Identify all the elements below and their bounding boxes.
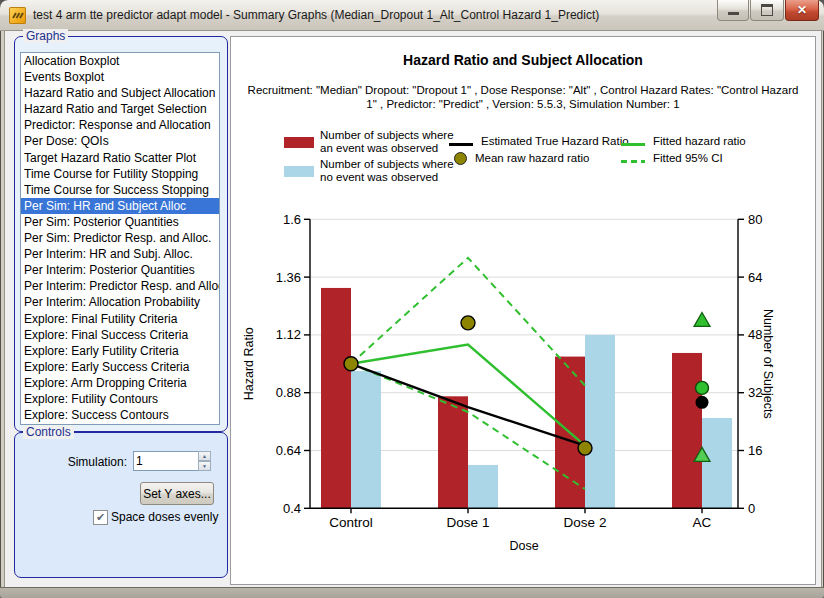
x-axis-title: Dose (509, 539, 538, 553)
category-label: AC (693, 515, 712, 530)
graph-list-item[interactable]: Allocation Boxplot (21, 53, 219, 69)
graph-list-item[interactable]: Target Hazard Ratio Scatter Plot (21, 150, 219, 166)
space-doses-checkbox[interactable]: ✔ (93, 510, 108, 525)
legend-bars: Number of subjects wherean event was obs… (284, 129, 454, 187)
left-axis-tick-label: 0.88 (276, 385, 301, 400)
category-label: Dose 1 (447, 515, 490, 530)
graph-list-item[interactable]: Explore: Arm Dropping Criteria (21, 375, 219, 391)
raw-hr-dot (461, 316, 475, 330)
legend-hr-lines: Estimated True Hazard Ratio Mean raw haz… (449, 133, 629, 167)
graph-list-item[interactable]: Per Interim: Allocation Probability (21, 294, 219, 310)
spinner-down-icon[interactable]: ▼ (198, 461, 211, 471)
right-axis-tick-label: 16 (748, 443, 762, 458)
minimize-icon (728, 12, 739, 15)
graph-list-item[interactable]: Time Course for Futility Stopping (21, 166, 219, 182)
graphs-groupbox-label: Graphs (23, 29, 68, 43)
graph-list-item[interactable]: Hazard Ratio and Subject Allocation (21, 85, 219, 101)
graph-list-item[interactable]: Per Interim: Predictor Resp. and Alloc. (21, 278, 219, 294)
chart-panel: 0.40.640.881.121.361.601632486480Control… (230, 36, 816, 585)
right-axis-tick-label: 48 (748, 327, 762, 342)
raw-hr-dot (344, 357, 358, 371)
no-event-bar (468, 465, 498, 508)
event-bar (321, 288, 351, 508)
space-doses-label: Space doses evenly (111, 510, 218, 524)
graph-list-item[interactable]: Explore: Final Success Criteria (21, 327, 219, 343)
graph-list-item[interactable]: Time Course for Success Stopping (21, 182, 219, 198)
controls-groupbox-label: Controls (23, 425, 74, 439)
graph-list-item[interactable]: Per Interim: Posterior Quantities (21, 262, 219, 278)
legend-swatch-noevent-bar (284, 166, 314, 177)
no-event-bar (351, 371, 381, 508)
left-axis-tick-label: 1.36 (276, 270, 301, 285)
chart-subtitle: Recruitment: "Median" Dropout: "Dropout … (245, 83, 801, 111)
legend-swatch-ci-line (621, 160, 645, 163)
graph-list-item[interactable]: Predictor: Response and Allocation (21, 117, 219, 133)
right-axis-tick-label: 80 (748, 212, 762, 227)
application-window: test 4 arm tte predictor adapt model - S… (0, 0, 824, 598)
no-event-bar (585, 335, 615, 508)
legend-swatch-true-hr-line (449, 143, 473, 146)
graph-list-item[interactable]: Per Sim: HR and Subject Alloc (21, 198, 219, 214)
ac-ci-triangle (694, 312, 710, 326)
close-icon: ✕ (797, 3, 807, 17)
event-bar (438, 396, 468, 508)
left-axis-tick-label: 1.12 (276, 327, 301, 342)
no-event-bar (702, 418, 732, 508)
maximize-button[interactable] (750, 0, 784, 21)
right-axis-tick-label: 64 (748, 270, 762, 285)
simulation-label: Simulation: (30, 455, 127, 469)
graph-list-item[interactable]: Per Dose: QOIs (21, 133, 219, 149)
chart-title: Hazard Ratio and Subject Allocation (231, 52, 815, 68)
maximize-icon (761, 4, 773, 16)
category-label: Dose 2 (564, 515, 607, 530)
simulation-spinner[interactable]: ▲ ▼ (198, 451, 211, 471)
left-axis-title: Hazard Ratio (242, 327, 256, 400)
graph-list-item[interactable]: Explore: Early Success Criteria (21, 359, 219, 375)
category-label: Control (329, 515, 373, 530)
left-axis-tick-label: 0.64 (276, 443, 301, 458)
legend-swatch-fitted-line (621, 143, 645, 146)
window-title: test 4 arm tte predictor adapt model - S… (33, 8, 599, 22)
graph-list-item[interactable]: Per Sim: Posterior Quantities (21, 214, 219, 230)
graph-list-item[interactable]: Per Interim: HR and Subj. Alloc. (21, 246, 219, 262)
left-axis-tick-label: 0.4 (283, 501, 301, 516)
legend-fitted: Fitted hazard ratio Fitted 95% CI (621, 133, 746, 167)
legend-swatch-raw-hr-dot (454, 152, 467, 165)
graphs-listbox[interactable]: Allocation BoxplotEvents BoxplotHazard R… (20, 52, 220, 425)
legend-swatch-event-bar (284, 137, 314, 148)
right-axis-tick-label: 0 (748, 501, 755, 516)
graph-list-item[interactable]: Events Boxplot (21, 69, 219, 85)
event-bar (672, 353, 702, 508)
ac-true-hr-circle (696, 396, 709, 409)
set-y-axes-button[interactable]: Set Y axes... (140, 482, 214, 505)
graph-list-item[interactable]: Explore: Final Futility Criteria (21, 311, 219, 327)
graph-list-item[interactable]: Hazard Ratio and Target Selection (21, 101, 219, 117)
graph-list-item[interactable]: Explore: Success Contours (21, 407, 219, 423)
graph-list-item[interactable]: Explore: Futility Contours (21, 391, 219, 407)
raw-hr-dot (578, 441, 592, 455)
right-axis-tick-label: 32 (748, 385, 762, 400)
close-button[interactable]: ✕ (785, 0, 819, 21)
minimize-button[interactable] (717, 0, 749, 21)
window-bottom-frame (0, 587, 824, 598)
app-icon (9, 7, 26, 24)
ac-fitted-hr-circle (696, 381, 709, 394)
graph-list-item[interactable]: Explore: Early Futility Criteria (21, 343, 219, 359)
chart-plot: 0.40.640.881.121.361.601632486480Control… (231, 37, 815, 584)
left-axis-tick-label: 1.6 (283, 212, 301, 227)
simulation-input[interactable] (133, 451, 199, 471)
right-axis-title: Number of Subjects (761, 309, 775, 419)
spinner-up-icon[interactable]: ▲ (198, 451, 211, 461)
app-logo-slashes-icon (9, 7, 26, 24)
graph-list-item[interactable]: Per Sim: Predictor Resp. and Alloc. (21, 230, 219, 246)
title-bar[interactable]: test 4 arm tte predictor adapt model - S… (0, 0, 824, 31)
